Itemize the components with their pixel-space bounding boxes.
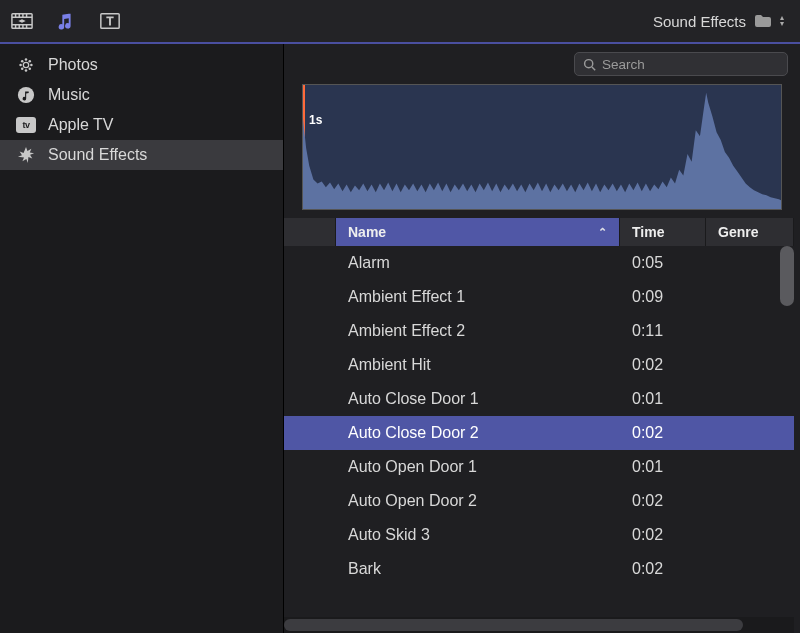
table-row[interactable]: Auto Open Door 20:02 bbox=[284, 484, 794, 518]
svg-point-12 bbox=[585, 59, 593, 67]
transitions-browser-icon[interactable] bbox=[10, 11, 34, 31]
photos-icon bbox=[16, 55, 36, 75]
svg-point-2 bbox=[23, 62, 28, 67]
row-time: 0:02 bbox=[620, 560, 706, 578]
column-genre-label: Genre bbox=[718, 224, 758, 240]
column-time[interactable]: Time bbox=[620, 218, 706, 246]
waveform-icon bbox=[303, 85, 781, 209]
appletv-icon: tv bbox=[16, 117, 36, 133]
dropdown-arrows-icon: ▴▾ bbox=[780, 15, 784, 27]
titles-browser-icon[interactable] bbox=[98, 11, 122, 31]
content-pane: Search 1s Name ⌃ Time bbox=[284, 44, 800, 633]
table-body: Alarm0:05Ambient Effect 10:09Ambient Eff… bbox=[284, 246, 794, 615]
row-time: 0:02 bbox=[620, 526, 706, 544]
audio-browser-icon[interactable] bbox=[54, 11, 78, 31]
row-name: Ambient Effect 2 bbox=[336, 322, 620, 340]
sidebar-item-label: Music bbox=[48, 86, 90, 104]
table-header: Name ⌃ Time Genre bbox=[284, 218, 794, 246]
search-icon bbox=[583, 58, 596, 71]
svg-point-9 bbox=[21, 68, 24, 71]
row-name: Auto Open Door 2 bbox=[336, 492, 620, 510]
table-row[interactable]: Auto Close Door 20:02 bbox=[284, 416, 794, 450]
sidebar-item-apple-tv[interactable]: tvApple TV bbox=[0, 110, 283, 140]
column-play[interactable] bbox=[284, 218, 336, 246]
row-name: Bark bbox=[336, 560, 620, 578]
sort-asc-icon: ⌃ bbox=[598, 226, 607, 239]
vertical-scrollbar[interactable] bbox=[780, 246, 794, 306]
horizontal-scrollbar-track[interactable] bbox=[284, 617, 794, 633]
table-row[interactable]: Auto Open Door 10:01 bbox=[284, 450, 794, 484]
row-time: 0:09 bbox=[620, 288, 706, 306]
row-time: 0:01 bbox=[620, 390, 706, 408]
top-toolbar: Sound Effects ▴▾ bbox=[0, 0, 800, 44]
svg-point-6 bbox=[30, 64, 33, 67]
row-time: 0:02 bbox=[620, 424, 706, 442]
row-time: 0:01 bbox=[620, 458, 706, 476]
svg-point-8 bbox=[29, 60, 32, 63]
sidebar-item-music[interactable]: Music bbox=[0, 80, 283, 110]
row-time: 0:05 bbox=[620, 254, 706, 272]
search-placeholder: Search bbox=[602, 57, 645, 72]
svg-point-7 bbox=[21, 60, 24, 63]
row-name: Auto Open Door 1 bbox=[336, 458, 620, 476]
row-name: Ambient Effect 1 bbox=[336, 288, 620, 306]
row-time: 0:11 bbox=[620, 322, 706, 340]
waveform-preview[interactable]: 1s bbox=[302, 84, 782, 210]
svg-point-5 bbox=[19, 64, 22, 67]
table-row[interactable]: Ambient Hit0:02 bbox=[284, 348, 794, 382]
table-row[interactable]: Ambient Effect 10:09 bbox=[284, 280, 794, 314]
column-genre[interactable]: Genre bbox=[706, 218, 794, 246]
svg-point-10 bbox=[29, 68, 32, 71]
svg-point-4 bbox=[25, 69, 28, 72]
appletv-icon: tv bbox=[16, 115, 36, 135]
main-split: PhotosMusictvApple TVSound Effects Searc… bbox=[0, 44, 800, 633]
column-name-label: Name bbox=[348, 224, 386, 240]
row-name: Ambient Hit bbox=[336, 356, 620, 374]
sidebar-item-sound-effects[interactable]: Sound Effects bbox=[0, 140, 283, 170]
row-name: Auto Skid 3 bbox=[336, 526, 620, 544]
search-input[interactable]: Search bbox=[574, 52, 788, 76]
horizontal-scrollbar-thumb[interactable] bbox=[284, 619, 743, 631]
row-name: Auto Close Door 1 bbox=[336, 390, 620, 408]
clips-table: Name ⌃ Time Genre Alarm0:05Ambient Effec… bbox=[284, 218, 794, 633]
row-name: Auto Close Door 2 bbox=[336, 424, 620, 442]
table-row[interactable]: Bark0:02 bbox=[284, 552, 794, 586]
library-dropdown[interactable]: Sound Effects ▴▾ bbox=[653, 13, 790, 30]
table-row[interactable]: Alarm0:05 bbox=[284, 246, 794, 280]
table-row[interactable]: Ambient Effect 20:11 bbox=[284, 314, 794, 348]
burst-icon bbox=[16, 145, 36, 165]
folder-icon bbox=[754, 14, 772, 28]
library-dropdown-label: Sound Effects bbox=[653, 13, 746, 30]
sidebar-item-label: Photos bbox=[48, 56, 98, 74]
row-name: Alarm bbox=[336, 254, 620, 272]
row-time: 0:02 bbox=[620, 356, 706, 374]
column-name[interactable]: Name ⌃ bbox=[336, 218, 620, 246]
app-window: Sound Effects ▴▾ PhotosMusictvApple TVSo… bbox=[0, 0, 800, 633]
sidebar-item-label: Sound Effects bbox=[48, 146, 147, 164]
svg-point-3 bbox=[25, 58, 28, 61]
column-time-label: Time bbox=[632, 224, 664, 240]
table-row[interactable]: Auto Close Door 10:01 bbox=[284, 382, 794, 416]
search-row: Search bbox=[284, 44, 800, 84]
sidebar: PhotosMusictvApple TVSound Effects bbox=[0, 44, 284, 633]
sidebar-item-label: Apple TV bbox=[48, 116, 114, 134]
music-icon bbox=[16, 85, 36, 105]
table-row[interactable]: Auto Skid 30:02 bbox=[284, 518, 794, 552]
row-time: 0:02 bbox=[620, 492, 706, 510]
sidebar-item-photos[interactable]: Photos bbox=[0, 50, 283, 80]
